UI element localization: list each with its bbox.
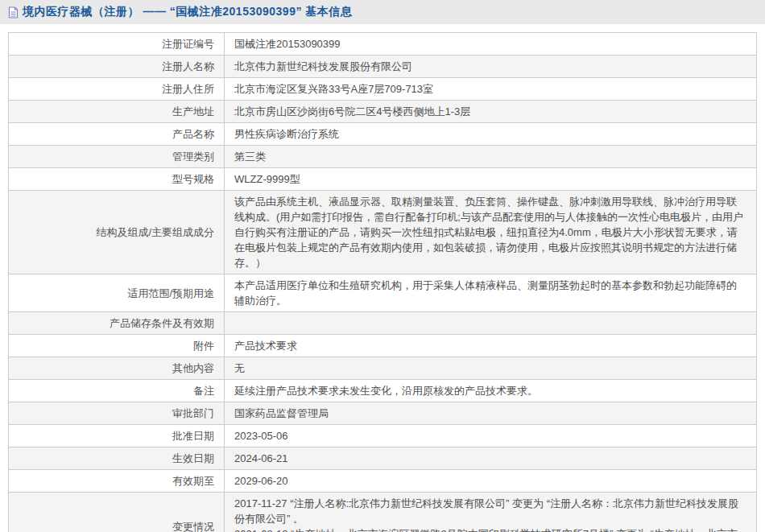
row-value: 国械注准20153090399 <box>225 33 757 56</box>
row-value: 国家药品监督管理局 <box>225 402 757 425</box>
row-label: 产品名称 <box>9 123 225 146</box>
row-value: 无 <box>225 357 757 380</box>
document-icon <box>8 6 19 19</box>
table-row: 注册证编号国械注准20153090399 <box>9 33 757 56</box>
row-value: 2029-06-20 <box>225 470 757 493</box>
row-value: 本产品适用医疗单位和生殖研究机构，用于采集人体精液样品、测量阴茎勃起时的基本参数… <box>225 274 757 312</box>
page: 境内医疗器械（注册） —— “国械注准20153090399” 基本信息 注册证… <box>0 0 765 532</box>
row-label: 有效期至 <box>9 470 225 493</box>
page-title: 境内医疗器械（注册） —— “国械注准20153090399” 基本信息 <box>23 5 352 19</box>
table-row: 批准日期2023-05-06 <box>9 425 757 447</box>
row-label: 产品储存条件及有效期 <box>9 312 225 335</box>
table-row: 管理类别第三类 <box>9 146 757 168</box>
row-value: 延续注册产品技术要求未发生变化，沿用原核发的产品技术要求。 <box>225 380 757 402</box>
row-value <box>225 312 757 335</box>
row-label: 结构及组成/主要组成成分 <box>9 191 225 274</box>
table-row: 变更情况2017-11-27 “注册人名称:北京伟力新世纪科技发展有限公司” 变… <box>9 493 757 532</box>
row-label: 批准日期 <box>9 425 225 447</box>
row-value: 该产品由系统主机、液晶显示器、取精测量装置、负压套筒、操作键盘、脉冲刺激用导联线… <box>225 191 757 274</box>
table-body: 注册证编号国械注准20153090399注册人名称北京伟力新世纪科技发展股份有限… <box>9 33 757 532</box>
row-label: 附件 <box>9 335 225 357</box>
value-line: 2021-08-12 “生产地址：北京市海淀区翠微路2号院中国印刷科学技术研究所… <box>234 526 746 532</box>
table-row: 型号规格WLZZ-9999型 <box>9 168 757 191</box>
row-value: 北京市海淀区复兴路33号A座7层709-713室 <box>225 78 757 101</box>
row-label: 生效日期 <box>9 447 225 470</box>
row-label: 适用范围/预期用途 <box>9 274 225 312</box>
value-line: 2017-11-27 “注册人名称:北京伟力新世纪科技发展有限公司” 变更为 “… <box>234 496 746 526</box>
table-row: 结构及组成/主要组成成分该产品由系统主机、液晶显示器、取精测量装置、负压套筒、操… <box>9 191 757 274</box>
page-header: 境内医疗器械（注册） —— “国械注准20153090399” 基本信息 <box>0 0 765 24</box>
row-label: 变更情况 <box>9 493 225 532</box>
row-value: 男性疾病诊断治疗系统 <box>225 123 757 146</box>
table-row: 生效日期2024-06-21 <box>9 447 757 470</box>
row-value: 2024-06-21 <box>225 447 757 470</box>
row-label: 生产地址 <box>9 101 225 123</box>
row-value: 产品技术要求 <box>225 335 757 357</box>
row-label: 注册证编号 <box>9 33 225 56</box>
row-label: 注册人名称 <box>9 56 225 78</box>
row-value: 2017-11-27 “注册人名称:北京伟力新世纪科技发展有限公司” 变更为 “… <box>225 493 757 532</box>
table-row: 审批部门国家药品监督管理局 <box>9 402 757 425</box>
row-value: 第三类 <box>225 146 757 168</box>
table-row: 备注延续注册产品技术要求未发生变化，沿用原核发的产品技术要求。 <box>9 380 757 402</box>
row-label: 型号规格 <box>9 168 225 191</box>
table-row: 有效期至2029-06-20 <box>9 470 757 493</box>
table-row: 其他内容无 <box>9 357 757 380</box>
table-row: 注册人名称北京伟力新世纪科技发展股份有限公司 <box>9 56 757 78</box>
table-row: 产品储存条件及有效期 <box>9 312 757 335</box>
table-row: 附件产品技术要求 <box>9 335 757 357</box>
row-value: 北京伟力新世纪科技发展股份有限公司 <box>225 56 757 78</box>
row-label: 管理类别 <box>9 146 225 168</box>
row-value: 2023-05-06 <box>225 425 757 447</box>
row-value: WLZZ-9999型 <box>225 168 757 191</box>
table-row: 注册人住所北京市海淀区复兴路33号A座7层709-713室 <box>9 78 757 101</box>
row-label: 注册人住所 <box>9 78 225 101</box>
row-label: 审批部门 <box>9 402 225 425</box>
row-label: 备注 <box>9 380 225 402</box>
table-row: 产品名称男性疾病诊断治疗系统 <box>9 123 757 146</box>
row-value: 北京市房山区沙岗街6号院二区4号楼西侧地上1-3层 <box>225 101 757 123</box>
table-row: 适用范围/预期用途本产品适用医疗单位和生殖研究机构，用于采集人体精液样品、测量阴… <box>9 274 757 312</box>
table-row: 生产地址北京市房山区沙岗街6号院二区4号楼西侧地上1-3层 <box>9 101 757 123</box>
row-label: 其他内容 <box>9 357 225 380</box>
registration-info-table: 注册证编号国械注准20153090399注册人名称北京伟力新世纪科技发展股份有限… <box>8 32 757 532</box>
